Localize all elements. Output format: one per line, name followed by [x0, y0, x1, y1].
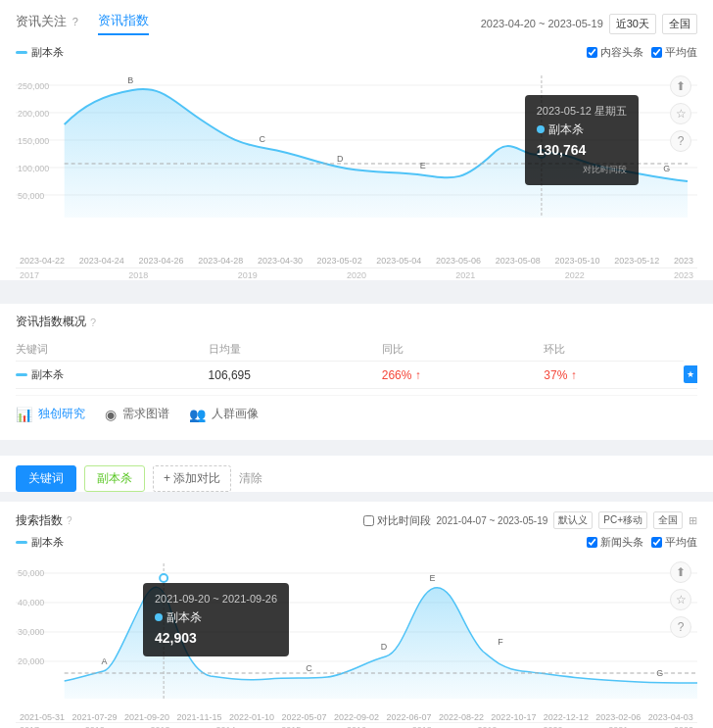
- search-legend-row: 副本杀 新闻头条 平均值: [16, 535, 697, 550]
- nav-xuqiu[interactable]: ◉ 需求图谱: [105, 406, 169, 422]
- col-keyword: 关键词: [16, 338, 209, 362]
- col-daily: 日均量: [209, 338, 382, 362]
- svg-text:C: C: [306, 663, 312, 673]
- legend-label: 副本杀: [31, 45, 64, 60]
- region-btn[interactable]: 全国: [662, 14, 697, 34]
- keywords-section: 关键词 副本杀 + 添加对比 清除: [0, 456, 713, 492]
- period-btn[interactable]: 近30天: [609, 14, 656, 34]
- bottom-chart-area: 50,000 40,000 30,000 20,000 A C D E F G: [16, 554, 697, 710]
- col-yoy: 同比: [382, 338, 545, 362]
- svg-point-12: [538, 150, 546, 158]
- top-section: 资讯关注 ? 资讯指数 2023-04-20 ~ 2023-05-19 近30天…: [0, 0, 713, 280]
- col-qoq: 环比: [544, 338, 684, 362]
- kw-add-btn[interactable]: + 添加对比: [153, 465, 231, 492]
- top-chart-area: 250,000 200,000 150,000 100,000 50,000: [16, 66, 697, 252]
- svg-point-28: [160, 574, 167, 582]
- row-legend: 副本杀: [16, 367, 201, 382]
- svg-text:E: E: [420, 161, 426, 170]
- row-daily: 106,695: [209, 362, 382, 389]
- nav-renqun[interactable]: 👥 人群画像: [189, 406, 259, 422]
- search-checkboxes: 新闻头条 平均值: [587, 535, 697, 550]
- search-legend: 副本杀: [16, 535, 64, 550]
- svg-text:G: G: [656, 668, 663, 678]
- kw-header: 关键词 副本杀 + 添加对比 清除: [16, 465, 697, 492]
- svg-text:50,000: 50,000: [18, 191, 44, 201]
- checkbox-neirong-input[interactable]: [587, 47, 597, 58]
- tab-zixun-guanzhu[interactable]: 资讯关注 ?: [16, 13, 78, 34]
- search-header-row: 搜索指数 ? 对比时间段 2021-04-07 ~ 2023-05-19 默认义…: [16, 511, 697, 529]
- year-axis-bottom: 2017 2012 2013 2014 2015 2016 2018 2019 …: [16, 722, 697, 728]
- svg-text:200,000: 200,000: [18, 109, 49, 119]
- info-icon[interactable]: ?: [670, 130, 691, 152]
- top-checkboxes: 内容头条 平均值: [587, 45, 697, 60]
- tab-question-icon: ?: [72, 16, 78, 27]
- search-section: 搜索指数 ? 对比时间段 2021-04-07 ~ 2023-05-19 默认义…: [0, 502, 713, 728]
- svg-text:30,000: 30,000: [18, 627, 44, 637]
- date-range-label: 2023-04-20 ~ 2023-05-19: [481, 18, 603, 29]
- search-date: 2021-04-07 ~ 2023-05-19: [437, 515, 548, 526]
- nav-row: 📊 独创研究 ◉ 需求图谱 👥 人群画像: [16, 395, 697, 430]
- checkbox-pingjun[interactable]: 平均值: [651, 45, 697, 60]
- svg-text:150,000: 150,000: [18, 136, 49, 146]
- search-legend-dot: [16, 541, 27, 544]
- svg-text:A: A: [101, 656, 107, 666]
- row-yoy: 266% ↑: [382, 362, 545, 389]
- tab-zixun-zhishu[interactable]: 资讯指数: [98, 12, 149, 35]
- star-icon[interactable]: ☆: [670, 103, 691, 124]
- side-icons-top: ⬆ ☆ ?: [670, 75, 691, 152]
- top-legend: 副本杀: [16, 45, 64, 60]
- svg-text:40,000: 40,000: [18, 598, 44, 607]
- top-chart-svg: 250,000 200,000 150,000 100,000 50,000: [16, 66, 697, 222]
- year-axis-top: 2017 2018 2019 2020 2021 2022 2023: [16, 267, 697, 280]
- kw-btn-keywords[interactable]: 关键词: [16, 465, 76, 492]
- search-filters: 对比时间段 2021-04-07 ~ 2023-05-19 默认义 PC+移动 …: [363, 511, 697, 529]
- search-cb2[interactable]: 平均值: [651, 535, 697, 550]
- diagram-icon: ◉: [105, 407, 117, 422]
- svg-text:250,000: 250,000: [18, 81, 49, 91]
- page-container: 资讯关注 ? 资讯指数 2023-04-20 ~ 2023-05-19 近30天…: [0, 0, 713, 728]
- row-qoq: 37% ↑: [544, 362, 684, 389]
- platform-btn[interactable]: PC+移动: [598, 511, 647, 529]
- checkbox-pingjun-input[interactable]: [651, 47, 662, 58]
- stats-table: 关键词 日均量 同比 环比 副本杀 106,695 266% ↑: [16, 338, 697, 389]
- stats-question-icon: ?: [90, 316, 96, 328]
- custom-btn[interactable]: 默认义: [553, 511, 593, 529]
- svg-text:D: D: [337, 154, 344, 164]
- search-title: 搜索指数 ?: [16, 512, 72, 529]
- kw-clear-btn[interactable]: 清除: [239, 470, 262, 487]
- share-icon[interactable]: ⬆: [670, 75, 691, 97]
- svg-text:B: B: [127, 75, 133, 85]
- stats-title: 资讯指数概况 ?: [16, 314, 697, 330]
- side-icons-bottom: ⬆ ☆ ?: [670, 561, 691, 638]
- info-icon-bottom[interactable]: ?: [670, 616, 691, 638]
- svg-text:F: F: [498, 637, 503, 647]
- svg-text:C: C: [260, 134, 266, 144]
- svg-text:G: G: [663, 164, 670, 173]
- share-icon-bottom[interactable]: ⬆: [670, 561, 691, 583]
- svg-text:100,000: 100,000: [18, 164, 49, 173]
- svg-text:D: D: [381, 642, 388, 652]
- x-axis-top: 2023-04-22 2023-04-24 2023-04-26 2023-04…: [16, 256, 697, 266]
- search-cb1[interactable]: 新闻头条: [587, 535, 643, 550]
- expand-icon[interactable]: ⊞: [689, 514, 697, 527]
- nav-dugu[interactable]: 📊 独创研究: [16, 406, 85, 422]
- region-btn2[interactable]: 全国: [653, 511, 683, 529]
- people-icon: 👥: [189, 407, 206, 422]
- search-compare-check[interactable]: 对比时间段: [363, 513, 431, 528]
- checkbox-neirong[interactable]: 内容头条: [587, 45, 643, 60]
- compare-input[interactable]: [363, 515, 374, 526]
- divider1: [0, 288, 713, 296]
- top-filter-row: 副本杀 内容头条 平均值: [16, 45, 697, 60]
- stats-section: 资讯指数概况 ? 关键词 日均量 同比 环比 副本杀: [0, 304, 713, 440]
- kw-btn-fuzhusha[interactable]: 副本杀: [84, 465, 145, 492]
- search-question: ?: [67, 515, 72, 526]
- table-row: 副本杀 106,695 266% ↑ 37% ↑ ★: [16, 362, 697, 389]
- row-dot: [16, 373, 27, 376]
- svg-text:50,000: 50,000: [18, 568, 44, 578]
- svg-text:20,000: 20,000: [18, 656, 44, 666]
- tabs-row: 资讯关注 ? 资讯指数 2023-04-20 ~ 2023-05-19 近30天…: [16, 12, 697, 35]
- bottom-chart-svg: 50,000 40,000 30,000 20,000 A C D E F G: [16, 554, 697, 701]
- star-icon-bottom[interactable]: ☆: [670, 589, 691, 610]
- side-blue-btn[interactable]: ★: [684, 365, 697, 383]
- x-axis-bottom: 2021-05-31 2021-07-29 2021-09-20 2021-11…: [16, 712, 697, 722]
